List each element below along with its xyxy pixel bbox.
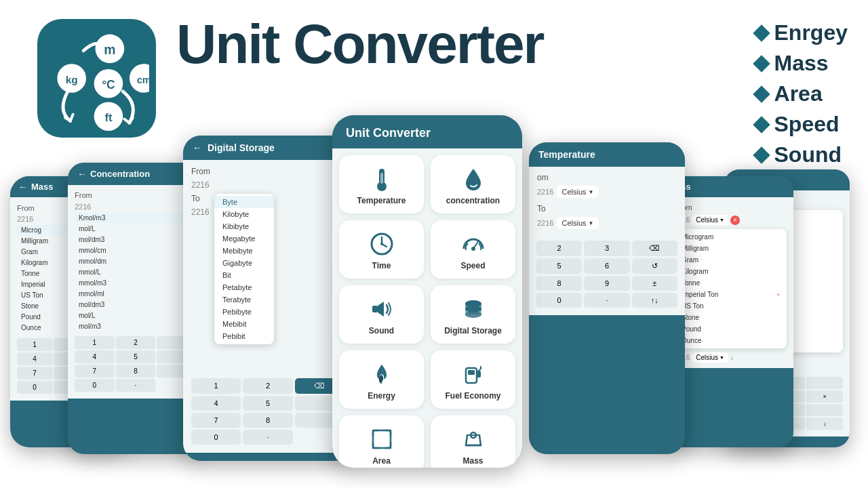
conc-unit-mmol-cm[interactable]: mmol/cm [75,245,197,256]
temp-key-0[interactable]: 0 [536,293,582,308]
temp-key-3[interactable]: 3 [584,241,629,256]
conc-unit-mmol-m3[interactable]: mmol/m3 [75,278,197,288]
speedometer-icon [460,231,486,257]
conc-unit-mol-dm3[interactable]: mol/dm3 [75,235,197,245]
temp-key-9[interactable]: 9 [584,276,629,291]
conc-key-2[interactable]: 2 [116,336,156,349]
key-4[interactable]: 4 [17,352,52,365]
conc-from-label: From [72,189,199,201]
ds-key-8[interactable]: 8 [243,413,292,428]
temp-key-8[interactable]: 8 [536,276,582,291]
temp-key-updown[interactable]: ↑↓ [632,293,677,308]
ds-r-key-x[interactable]: × [806,390,843,403]
temp-key-2[interactable]: 2 [536,241,582,256]
flame-icon [369,361,395,387]
mass-opt-microgram[interactable]: Microgram [675,231,787,243]
thermometer-icon [369,166,395,192]
mass-right-unit-btn[interactable]: Celsius ▼ [692,215,728,225]
conc-key-4[interactable]: 4 [75,350,115,363]
digital-opt-terabyte[interactable]: Terabyte [214,293,274,306]
ds-key-0[interactable]: 0 [191,430,241,445]
ds-key-2[interactable]: 2 [243,378,292,394]
mass-opt-tonne[interactable]: Tonne [675,277,787,289]
cat-area[interactable]: Area [339,415,424,468]
cat-concentration[interactable]: concentration [431,155,515,214]
cat-sound[interactable]: Sound [339,285,424,344]
temp-key-6[interactable]: 6 [584,258,629,274]
svg-point-24 [465,311,481,318]
ds-key-dot[interactable]: · [243,430,292,445]
speaker-icon [369,296,395,322]
cat-mass-label: Mass [462,456,483,466]
digital-opt-bit[interactable]: Bit [214,269,274,281]
temp-unit-dropdown[interactable]: Celsius ▼ [556,186,599,198]
conc-unit-mol-m3[interactable]: mol/m3 [75,321,197,331]
temp-key-pm[interactable]: ± [632,276,677,291]
ds-r-key-down[interactable]: ↓ [806,418,843,430]
cat-energy[interactable]: Energy [339,350,424,409]
mass-opt-ounce[interactable]: Ounce [675,335,787,346]
phones-area: ← Mass From 2216 Microg Milligram Gram K… [0,102,868,488]
mass-opt-pound[interactable]: Pound [675,323,787,335]
cat-fuel-label: Fuel Economy [445,391,500,401]
conc-unit-mmol-ml[interactable]: mmol/ml [75,289,197,299]
cat-fuel[interactable]: Fuel Economy [431,350,515,409]
ds-key-4[interactable]: 4 [191,396,241,411]
digital-opt-kilobyte[interactable]: Kilobyte [214,208,274,220]
key-7[interactable]: 7 [17,367,52,380]
conc-unit-kmol[interactable]: Kmol/m3 [75,213,197,223]
conc-unit-mol-l[interactable]: mol/L [75,224,197,234]
key-1[interactable]: 1 [17,338,52,351]
mass-opt-imperial[interactable]: Imperial Ton × [675,289,787,300]
conc-key-dot[interactable]: · [116,379,156,392]
digital-opt-pebibyte[interactable]: Pebibyte [214,306,274,318]
cat-digital-storage[interactable]: Digital Storage [431,285,515,344]
temp-from-label: om [533,171,681,184]
digital-opt-petabyte[interactable]: Petabyte [214,281,274,293]
ds-key-5[interactable]: 5 [243,396,292,411]
expand-icon [369,426,395,452]
conc-unit-mol-dm3-2[interactable]: mol/dm3 [75,300,197,310]
digital-opt-gigabyte[interactable]: Gigabyte [214,257,274,269]
mass-opt-kilogram[interactable]: Kilogram [675,266,787,277]
mass-right-header: ass [668,176,793,197]
conc-key-1[interactable]: 1 [75,336,115,349]
scale-icon [460,426,486,452]
conc-key-7[interactable]: 7 [75,365,115,378]
conc-key-0[interactable]: 0 [75,379,115,392]
conc-key-5[interactable]: 5 [116,350,156,363]
cat-digital-storage-label: Digital Storage [444,326,502,336]
cat-temperature[interactable]: Temperature [339,155,424,214]
key-0[interactable]: 0 [17,381,52,394]
temp-unit-dropdown2[interactable]: Celsius ▼ [556,217,599,229]
conc-unit-mmol-l[interactable]: mmol/L [75,267,197,277]
temp-key-dot[interactable]: · [584,293,629,308]
cat-speed[interactable]: Speed [431,220,515,279]
drop-icon [460,166,486,192]
digital-opt-kibibyte[interactable]: Kibibyte [214,220,274,232]
digital-opt-pebibit[interactable]: Pebibit [214,330,274,342]
cat-time[interactable]: Time [339,220,424,279]
conc-unit-mol-l-2[interactable]: mol/L [75,310,197,321]
svg-text:kg: kg [66,74,78,85]
cat-mass[interactable]: Mass [431,415,515,468]
temp-key-refresh[interactable]: ↺ [632,258,677,274]
svg-point-16 [380,243,383,245]
temp-key-bs[interactable]: ⌫ [632,241,677,256]
mass-right-close-btn[interactable]: × [730,216,740,225]
digital-opt-mebibyte[interactable]: Mebibyte [214,245,274,257]
mass-opt-uston[interactable]: US Ton [675,300,787,312]
mass-opt-stone[interactable]: Stone [675,312,787,323]
digital-opt-byte[interactable]: Byte [214,196,274,208]
mass-opt-gram[interactable]: Gram [675,254,787,266]
conc-unit-mmol-dm[interactable]: mmol/dm [75,256,197,266]
ds-key-1[interactable]: 1 [191,378,241,394]
page-title: Unit Converter [176,12,544,76]
digital-opt-mebibit[interactable]: Mebibit [214,318,274,330]
mass-right-unit-btn2[interactable]: Celsius ▼ [692,352,728,363]
ds-key-7[interactable]: 7 [191,413,241,428]
conc-key-8[interactable]: 8 [116,365,156,378]
temp-key-5[interactable]: 5 [536,258,582,274]
digital-opt-megabyte[interactable]: Megabyte [214,232,274,245]
mass-opt-milligram[interactable]: Milligram [675,243,787,254]
